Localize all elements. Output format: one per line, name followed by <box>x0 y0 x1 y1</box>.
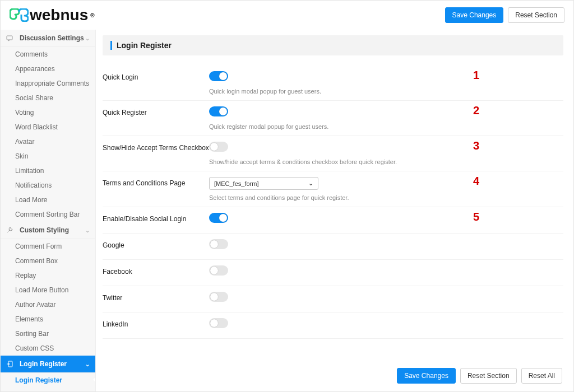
setting-label: Twitter <box>103 292 209 302</box>
sidebar-item-author-avatar[interactable]: Author Avatar <box>1 297 95 312</box>
sidebar-item-login-register[interactable]: Login Register <box>1 373 95 388</box>
footer-reset-section-button[interactable]: Reset Section <box>460 368 517 384</box>
sidebar-item-comment-box[interactable]: Comment Box <box>1 254 95 268</box>
chevron-down-icon: ⌄ <box>85 227 90 234</box>
reset-section-button[interactable]: Reset Section <box>508 7 564 23</box>
sidebar-item-sorting-bar[interactable]: Sorting Bar <box>1 326 95 341</box>
toggle-switch[interactable] <box>209 265 228 276</box>
sidebar-item-comment-sorting-bar[interactable]: Comment Sorting Bar <box>1 207 95 222</box>
chevron-down-icon: ⌄ <box>85 361 90 367</box>
toggle-knob <box>219 108 227 115</box>
sidebar-item-inappropriate-comments[interactable]: Inappropriate Comments <box>1 76 95 91</box>
svg-rect-0 <box>7 36 12 40</box>
sidebar-section-custom-styling-items: Comment Form Comment Box Replay Load Mor… <box>1 239 95 356</box>
annotation-number: 3 <box>473 139 479 152</box>
sidebar-item-recaptcha[interactable]: Recaptcha <box>1 388 95 391</box>
toggle-switch[interactable] <box>209 239 228 249</box>
settings-rows: Quick LoginQuick login modal popup for g… <box>103 66 563 359</box>
setting-row: Quick LoginQuick login modal popup for g… <box>103 66 563 101</box>
toggle-knob <box>219 72 227 80</box>
toggle-knob <box>210 240 218 248</box>
sidebar-item-elements[interactable]: Elements <box>1 312 95 326</box>
brand-mark-icon <box>10 8 29 22</box>
sidebar-section-custom-styling[interactable]: Custom Styling ⌄ <box>1 222 95 239</box>
sidebar-item-notifications[interactable]: Notifications <box>1 178 95 193</box>
footer-reset-all-button[interactable]: Reset All <box>521 368 562 384</box>
sidebar-section-login-register-items: Login Register Recaptcha <box>1 373 95 391</box>
sidebar-item-social-share[interactable]: Social Share <box>1 91 95 105</box>
setting-description: Quick login modal popup for guest users. <box>209 88 563 95</box>
sidebar-item-load-more[interactable]: Load More <box>1 193 95 207</box>
toggle-knob <box>210 293 218 301</box>
sidebar-item-skin[interactable]: Skin <box>1 149 95 164</box>
setting-row: Facebook <box>103 260 563 286</box>
toggle-switch[interactable] <box>209 213 228 223</box>
footer-save-button[interactable]: Save Changes <box>397 368 456 384</box>
sidebar-item-voting[interactable]: Voting <box>1 105 95 120</box>
setting-control <box>209 318 563 330</box>
setting-control <box>209 265 563 278</box>
toggle-switch[interactable] <box>209 318 228 328</box>
sidebar-item-custom-css[interactable]: Custom CSS <box>1 341 95 356</box>
app-frame: webnus ® Save Changes Reset Section Disc… <box>0 0 574 392</box>
sidebar-item-load-more-button[interactable]: Load More Button <box>1 283 95 297</box>
body: Discussion Settings ⌄ Comments Appearanc… <box>1 30 573 391</box>
save-changes-button[interactable]: Save Changes <box>445 7 504 23</box>
top-actions: Save Changes Reset Section <box>445 7 564 23</box>
toggle-switch[interactable] <box>209 71 228 81</box>
toggle-knob <box>210 267 218 274</box>
sidebar-item-word-blacklist[interactable]: Word Blacklist <box>1 120 95 134</box>
sidebar-section-discussion-items: Comments Appearances Inappropriate Comme… <box>1 47 95 222</box>
top-bar: webnus ® Save Changes Reset Section <box>1 1 573 30</box>
setting-label: Enable/Disable Social Login <box>103 213 209 223</box>
chevron-down-icon: ⌄ <box>308 180 313 187</box>
setting-control: [MEC_fes_form]⌄Select terms and conditio… <box>209 177 563 201</box>
setting-control <box>209 292 563 304</box>
panel-title: Login Register <box>110 41 556 50</box>
setting-description: Quick register modal popup for guest use… <box>209 123 563 130</box>
sidebar-section-login-register[interactable]: Login Register ⌄ <box>1 356 95 373</box>
annotation-number: 5 <box>473 211 479 223</box>
chevron-down-icon: ⌄ <box>85 35 90 41</box>
setting-label: Quick Register <box>103 106 209 116</box>
setting-row: Quick RegisterQuick register modal popup… <box>103 101 563 136</box>
sidebar-item-comments[interactable]: Comments <box>1 47 95 62</box>
annotation-number: 2 <box>473 104 479 117</box>
toggle-switch[interactable] <box>209 142 228 152</box>
login-icon <box>6 361 13 367</box>
toggle-switch[interactable] <box>209 106 228 116</box>
setting-label: Terms and Conditions Page <box>103 177 209 187</box>
sidebar-section-discussion[interactable]: Discussion Settings ⌄ <box>1 30 95 47</box>
toggle-knob <box>210 143 218 151</box>
setting-row: Google <box>103 234 563 260</box>
setting-row: Twitter <box>103 286 563 312</box>
setting-row: Enable/Disable Social Login5 <box>103 207 563 234</box>
panel-title-bar: Login Register <box>103 35 563 55</box>
sidebar: Discussion Settings ⌄ Comments Appearanc… <box>1 30 96 391</box>
sidebar-section-label: Login Register <box>20 360 67 368</box>
setting-row: Show/Hide Accept Terms CheckboxShow/hide… <box>103 136 563 171</box>
wrench-icon <box>6 227 13 234</box>
setting-description: Select terms and conditions page for qui… <box>209 194 563 201</box>
toggle-switch[interactable] <box>209 292 228 302</box>
sidebar-item-comment-form[interactable]: Comment Form <box>1 239 95 254</box>
sidebar-section-label: Discussion Settings <box>20 34 84 42</box>
discussion-icon <box>6 35 13 41</box>
setting-control: Show/hide accept terms & conditions chec… <box>209 142 563 165</box>
annotation-number: 1 <box>473 69 479 82</box>
setting-label: Google <box>103 239 209 249</box>
sidebar-item-avatar[interactable]: Avatar <box>1 134 95 149</box>
setting-label: LinkedIn <box>103 318 209 328</box>
setting-control <box>209 239 563 251</box>
sidebar-item-limitation[interactable]: Limitation <box>1 164 95 178</box>
toggle-knob <box>210 319 218 327</box>
sidebar-item-appearances[interactable]: Appearances <box>1 62 95 76</box>
sidebar-item-replay[interactable]: Replay <box>1 268 95 283</box>
select-value: [MEC_fes_form] <box>214 180 258 187</box>
setting-label: Quick Login <box>103 71 209 81</box>
main-panel: Login Register Quick LoginQuick login mo… <box>96 30 573 391</box>
setting-row: Terms and Conditions Page[MEC_fes_form]⌄… <box>103 171 563 207</box>
setting-description: Show/hide accept terms & conditions chec… <box>209 158 563 165</box>
select-dropdown[interactable]: [MEC_fes_form]⌄ <box>209 177 318 190</box>
setting-row: LinkedIn <box>103 312 563 339</box>
